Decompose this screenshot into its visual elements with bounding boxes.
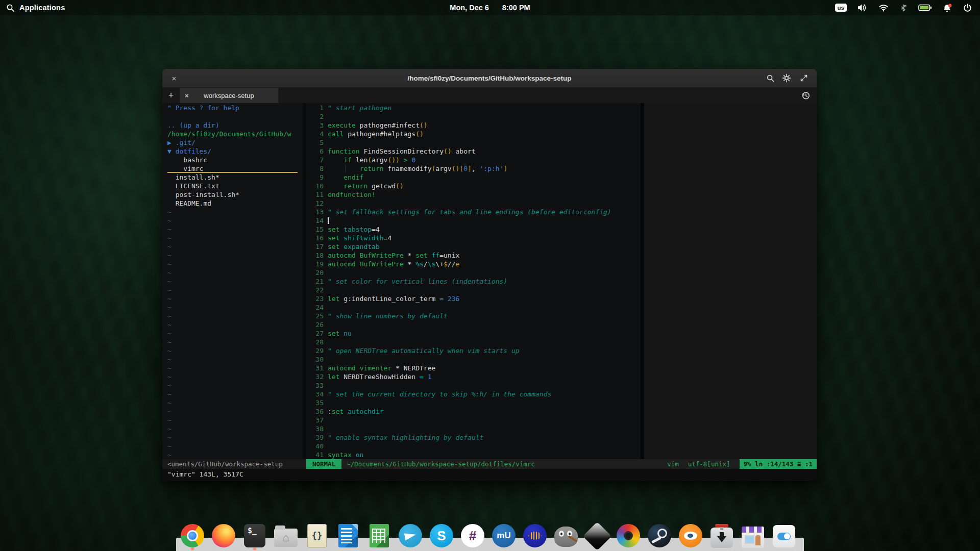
dock-item-package-installer[interactable] [709,523,734,548]
code-line[interactable]: 24 [306,303,641,312]
nerdtree-row[interactable]: ~ [167,303,303,312]
nerdtree-row[interactable]: ~ [167,398,303,407]
dock-item-system-settings[interactable] [771,523,797,548]
code-line[interactable]: 2 [306,112,641,121]
nerdtree-row[interactable]: ~ [167,390,303,398]
gear-icon[interactable] [780,69,793,87]
code-line[interactable]: 39" enable syntax highlighting by defaul… [306,433,641,442]
nerdtree-row[interactable]: ~ [167,338,303,346]
applications-menu[interactable]: Applications [0,4,65,12]
code-line[interactable]: 21" set color for vertical lines (indent… [306,277,641,286]
volume-icon[interactable] [857,4,868,12]
nerdtree-row[interactable]: post-install.sh* [167,190,303,199]
code-line[interactable]: 15set tabstop=4 [306,225,641,234]
code-line[interactable]: 27set nu [306,329,641,338]
dock-item-gimp[interactable] [553,523,579,548]
code-line[interactable]: 26 [306,320,641,329]
nerdtree-row[interactable]: ~ [167,242,303,251]
code-line[interactable]: 28 [306,338,641,346]
dock-item-audacity[interactable] [522,523,548,548]
code-line[interactable]: 37 [306,416,641,424]
nerdtree-row[interactable]: ▼ dotfiles/ [167,147,303,156]
code-line[interactable]: 10 return getcwd() [306,182,641,190]
new-tab-button[interactable]: + [162,88,180,103]
code-line[interactable]: 17set expandtab [306,242,641,251]
nerdtree-row[interactable]: ~ [167,225,303,234]
code-line[interactable]: 1" start pathogen [306,104,641,112]
dock-item-blender[interactable] [678,523,703,548]
nerdtree-row[interactable]: ~ [167,346,303,355]
nerdtree-row[interactable]: ~ [167,407,303,416]
code-line[interactable]: 14 [306,216,641,225]
nerdtree-row[interactable]: .. (up a dir) [167,121,303,130]
code-line[interactable]: 38 [306,424,641,433]
code-line[interactable]: 5 [306,138,641,147]
nerdtree-row[interactable]: ~ [167,251,303,260]
nerdtree-row[interactable]: ▶ .git/ [167,138,303,147]
code-line[interactable]: 29" open NERDTree automatically when vim… [306,346,641,355]
code-line[interactable]: 41syntax on [306,450,641,459]
nerdtree-row[interactable]: ~ [167,442,303,450]
window-split-divider[interactable] [303,103,306,459]
nerdtree-row[interactable]: ~ [167,268,303,277]
code-line[interactable]: 7 if len(argv()) > 0 [306,156,641,164]
nerdtree-row[interactable]: ~ [167,320,303,329]
dock-item-musescore[interactable]: mU [491,523,517,548]
history-icon[interactable] [801,88,811,103]
code-line[interactable]: 20 [306,268,641,277]
nerdtree-row[interactable]: ~ [167,216,303,225]
vim-command-line[interactable]: "vimrc" 143L, 3517C [162,469,817,481]
dock-item-terminal[interactable]: $_ [242,523,267,548]
code-line[interactable]: 25" show line numbers by default [306,312,641,320]
terminal-search-button[interactable] [764,69,777,87]
bluetooth-disabled-icon[interactable] [899,4,908,12]
code-line[interactable]: 30 [306,355,641,364]
dock-item-slack[interactable]: # [460,523,485,548]
nerdtree-row[interactable]: ~ [167,450,303,459]
code-line[interactable]: 4call pathogen#helptags() [306,130,641,138]
dock-item-code-editor[interactable]: {} [304,523,330,548]
code-line[interactable]: 11endfunction! [306,190,641,199]
dock-item-photos[interactable] [616,523,641,548]
nerdtree-row[interactable]: ~ [167,424,303,433]
nerdtree-row[interactable]: LICENSE.txt [167,182,303,190]
dock-item-skype[interactable]: S [429,523,454,548]
dock-item-steam[interactable] [647,523,672,548]
dock-item-app-store[interactable] [740,523,766,548]
code-line[interactable]: 16set shiftwidth=4 [306,234,641,242]
keyboard-layout-indicator[interactable]: us [835,4,847,12]
nerdtree-row[interactable]: README.md [167,199,303,208]
code-line[interactable]: 12 [306,199,641,208]
nerdtree-row[interactable]: ~ [167,329,303,338]
dock-item-files[interactable]: ⌂ [273,523,299,548]
nerdtree-row[interactable]: ~ [167,355,303,364]
nerdtree-row[interactable]: /home/sfi0zy/Documents/GitHub/w [167,130,303,138]
dock-item-chrome[interactable] [180,523,205,548]
dock-item-inkscape[interactable] [584,523,610,548]
dock-item-libreoffice-calc[interactable] [366,523,392,548]
code-line[interactable]: 40 [306,442,641,450]
tab-close-icon[interactable]: × [185,88,189,103]
nerdtree-row[interactable]: ~ [167,381,303,390]
code-line[interactable]: 18autocmd BufWritePre * set ff=unix [306,251,641,260]
code-line[interactable]: 22 [306,286,641,294]
vim-editor[interactable]: 1" start pathogen23execute pathogen#infe… [306,103,641,459]
code-line[interactable]: 3execute pathogen#infect() [306,121,641,130]
code-line[interactable]: 23let g:indentLine_color_term = 236 [306,294,641,303]
nerdtree-row[interactable]: ~ [167,234,303,242]
nerdtree-row[interactable]: bashrc [167,156,303,164]
code-line[interactable]: 33 [306,381,641,390]
nerdtree-row[interactable]: install.sh* [167,173,303,182]
code-line[interactable]: 8 │ return fnamemodify(argv()[0], ':p:h'… [306,164,641,173]
wifi-icon[interactable] [878,4,889,12]
tab-workspace-setup[interactable]: × workspace-setup [180,88,278,103]
code-line[interactable]: 6function FindSessionDirectory() abort [306,147,641,156]
nerdtree-row[interactable]: ~ [167,277,303,286]
code-line[interactable]: 32let NERDTreeShowHidden = 1 [306,372,641,381]
nerdtree-sidebar[interactable]: " Press ? for help .. (up a dir)/home/sf… [162,103,303,459]
nerdtree-row[interactable]: ~ [167,372,303,381]
nerdtree-row-selected[interactable]: vimrc [167,164,298,173]
notifications-bell-icon[interactable] [943,4,952,12]
code-line[interactable]: 13" set fallback settings for tabs and l… [306,208,641,216]
window-titlebar[interactable]: × /home/sfi0zy/Documents/GitHub/workspac… [162,69,817,88]
